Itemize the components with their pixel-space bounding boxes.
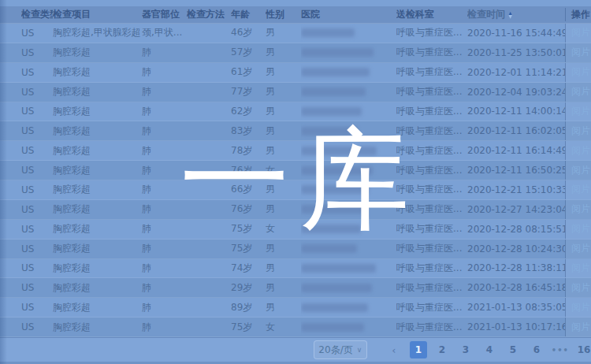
column-header-type: 检查类型 — [21, 8, 53, 21]
cell-dept: 呼吸与重症医... — [396, 318, 467, 336]
pager-prev-button[interactable]: ‹ — [388, 344, 400, 356]
exam-list-screen: 检查类型检查项目器官部位检查方法年龄性别医院送检科室检查时间▲▼操作 US胸腔彩… — [0, 0, 591, 364]
table-row: US胸腔彩超肺66岁男呼吸与重症医...2020-12-21 15:10:33阅… — [0, 180, 591, 200]
hospital-censored-blur — [301, 323, 364, 332]
cell-type: US — [21, 298, 53, 317]
cell-type: US — [21, 43, 53, 62]
cell-age: 89岁 — [231, 298, 266, 317]
column-header-age: 年龄 — [231, 8, 266, 21]
hospital-censored-blur — [301, 147, 377, 155]
view-film-link[interactable]: 阅片 — [571, 26, 590, 39]
pager-more-button[interactable]: ••• — [552, 341, 569, 358]
cell-age: 29岁 — [231, 278, 266, 297]
cell-organ: 肺 — [142, 102, 187, 121]
column-label: 检查项目 — [53, 9, 91, 20]
cell-dept: 呼吸与重症医... — [396, 161, 467, 180]
cell-hospital — [301, 63, 396, 82]
column-header-dept: 送检科室 — [396, 8, 467, 21]
cell-gender: 男 — [266, 63, 301, 82]
view-film-link[interactable]: 阅片 — [571, 321, 590, 334]
cell-action: 阅片 — [565, 121, 591, 140]
cell-time: 2020-12-28 08:15:51 — [467, 220, 565, 239]
cell-time: 2020-12-28 16:45:18 — [467, 278, 565, 297]
cell-organ: 肺 — [142, 141, 187, 160]
cell-action: 阅片 — [565, 298, 591, 317]
cell-organ: 肺 — [142, 240, 187, 258]
cell-organ: 颈,甲状... — [142, 24, 187, 43]
column-header-method: 检查方法 — [187, 8, 231, 21]
pager-page-1[interactable]: 1 — [410, 341, 427, 358]
page-size-select[interactable]: 20条/页 ∨ — [314, 340, 367, 359]
pager-page-4[interactable]: 4 — [481, 341, 498, 358]
pager-page-2[interactable]: 2 — [433, 341, 451, 358]
cell-method — [187, 63, 231, 82]
hospital-censored-blur — [301, 107, 362, 116]
cell-type: US — [21, 200, 53, 219]
column-label: 检查时间 — [467, 9, 505, 20]
table-row: US胸腔彩超肺77岁男呼吸与重症医...2020-12-04 19:03:24阅… — [0, 83, 591, 102]
table-row: US胸腔彩超肺83岁男呼吸与重症医...2020-12-11 16:02:05阅… — [0, 121, 591, 141]
view-film-link[interactable]: 阅片 — [571, 242, 590, 255]
cell-hospital — [301, 161, 396, 180]
table-row: US胸腔彩超肺62岁男呼吸与重症医...2020-12-11 14:00:14阅… — [0, 102, 591, 122]
cell-organ: 肺 — [142, 200, 187, 219]
table-row: US胸腔彩超肺78岁男呼吸与重症医...2020-12-11 16:14:49阅… — [0, 141, 591, 161]
table-row: US胸腔彩超肺75岁女呼吸与重症医...2020-12-28 08:15:51阅… — [0, 220, 591, 240]
cell-hospital — [301, 278, 396, 297]
cell-dept: 呼吸与重症医... — [396, 102, 467, 121]
cell-hospital — [301, 200, 396, 219]
pager-page-3[interactable]: 3 — [457, 341, 474, 358]
view-film-link[interactable]: 阅片 — [571, 144, 590, 158]
cell-method — [187, 43, 231, 62]
cell-age: 57岁 — [231, 43, 266, 62]
cell-action: 阅片 — [565, 259, 591, 278]
view-film-link[interactable]: 阅片 — [571, 105, 590, 118]
cell-time: 2020-12-28 11:38:11 — [467, 259, 565, 278]
view-film-link[interactable]: 阅片 — [571, 164, 590, 177]
view-film-link[interactable]: 阅片 — [571, 222, 590, 236]
cell-organ: 肺 — [142, 318, 187, 336]
view-film-link[interactable]: 阅片 — [571, 202, 590, 216]
view-film-link[interactable]: 阅片 — [571, 301, 590, 314]
cell-dept: 呼吸与重症医... — [396, 259, 467, 278]
view-film-link[interactable]: 阅片 — [571, 46, 590, 59]
cell-item: 胸腔彩超 — [53, 200, 142, 219]
view-film-link[interactable]: 阅片 — [571, 281, 590, 295]
cell-hospital — [301, 180, 396, 199]
cell-item: 胸腔彩超 — [53, 141, 142, 160]
table-row: US胸腔彩超,甲状腺彩超颈,甲状...46岁男呼吸与重症医...2020-11-… — [0, 24, 591, 43]
view-film-link[interactable]: 阅片 — [571, 124, 590, 138]
cell-time: 2020-12-21 15:10:33 — [467, 180, 565, 199]
cell-gender: 男 — [266, 278, 301, 297]
view-film-link[interactable]: 阅片 — [571, 183, 590, 196]
cell-hospital — [301, 240, 396, 258]
cell-age: 75岁 — [231, 220, 266, 239]
cell-action: 阅片 — [565, 318, 591, 336]
cell-time: 2020-11-16 15:44:49 — [467, 24, 565, 43]
cell-action: 阅片 — [565, 83, 591, 102]
hospital-censored-blur — [301, 68, 370, 76]
pager-page-5[interactable]: 5 — [504, 341, 522, 358]
cell-dept: 呼吸与重症医... — [396, 141, 467, 160]
cell-age: 61岁 — [231, 63, 266, 82]
cell-action: 阅片 — [565, 180, 591, 199]
cell-item: 胸腔彩超 — [53, 220, 142, 239]
pagination-bar: 20条/页 ∨ ‹ 123456•••16 — [0, 337, 591, 362]
column-label: 检查方法 — [187, 9, 225, 20]
column-header-time[interactable]: 检查时间▲▼ — [467, 8, 565, 21]
cell-dept: 呼吸与重症医... — [396, 43, 467, 62]
view-film-link[interactable]: 阅片 — [571, 85, 590, 98]
cell-item: 胸腔彩超 — [53, 121, 142, 140]
pager-page-16[interactable]: 16 — [575, 341, 591, 358]
view-film-link[interactable]: 阅片 — [571, 65, 590, 79]
cell-dept: 呼吸与重症医... — [396, 83, 467, 102]
cell-age: 83岁 — [231, 121, 266, 140]
cell-action: 阅片 — [565, 161, 591, 180]
cell-item: 胸腔彩超 — [53, 298, 142, 317]
pager-page-6[interactable]: 6 — [528, 341, 545, 358]
view-film-link[interactable]: 阅片 — [571, 262, 590, 275]
cell-hospital — [301, 141, 396, 160]
hospital-censored-blur — [301, 48, 374, 57]
sort-caret-icon[interactable]: ▲▼ — [508, 12, 512, 18]
cell-type: US — [21, 141, 53, 160]
